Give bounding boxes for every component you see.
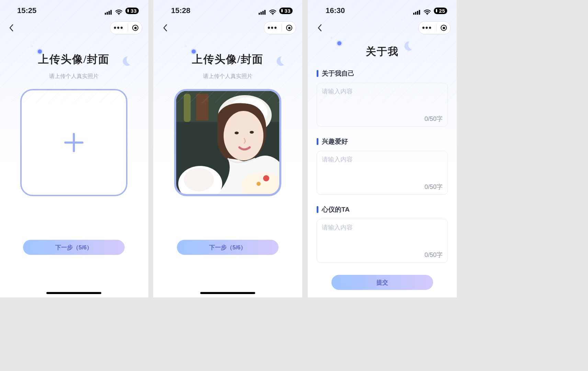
capsule-close-button[interactable] <box>132 25 138 31</box>
cell-signal-icon <box>259 8 266 13</box>
nav-bar: ••• <box>0 16 148 36</box>
svg-rect-6 <box>261 12 262 15</box>
svg-rect-2 <box>109 11 110 15</box>
hobbies-textarea[interactable]: 请输入内容 0/50字 <box>317 151 448 195</box>
svg-point-23 <box>257 182 261 186</box>
status-indicators: 25 <box>413 8 447 14</box>
capsule-close-button[interactable] <box>286 25 292 31</box>
moon-icon <box>273 55 286 67</box>
cell-signal-icon <box>413 8 421 13</box>
placeholder-text: 请输入内容 <box>322 155 353 164</box>
about-self-textarea[interactable]: 请输入内容 0/50字 <box>317 83 448 127</box>
wifi-icon <box>423 8 431 13</box>
svg-rect-7 <box>262 11 264 15</box>
svg-rect-13 <box>184 94 191 122</box>
svg-rect-25 <box>415 12 417 15</box>
miniprogram-capsule: ••• <box>110 21 142 34</box>
back-button[interactable] <box>314 22 326 34</box>
sparkle-icon <box>29 44 35 50</box>
cell-signal-icon <box>105 8 112 13</box>
page-subtitle: 请上传个人真实照片 <box>153 73 302 80</box>
svg-rect-5 <box>259 13 260 15</box>
next-step-button[interactable]: 下一步（5/6） <box>177 240 279 255</box>
svg-rect-27 <box>419 10 420 15</box>
home-indicator[interactable] <box>46 292 101 294</box>
svg-point-28 <box>427 14 428 15</box>
char-count: 0/50字 <box>425 183 443 191</box>
back-button[interactable] <box>159 22 171 34</box>
uploaded-photo <box>176 91 279 194</box>
ideal-ta-textarea[interactable]: 请输入内容 0/50字 <box>317 219 448 263</box>
section-hobbies: 兴趣爱好 请输入内容 0/50字 <box>308 137 457 195</box>
svg-point-16 <box>224 111 263 160</box>
plus-icon <box>64 132 84 153</box>
divider <box>128 24 128 32</box>
heading-bar-icon <box>317 138 318 145</box>
moon-icon <box>120 55 132 67</box>
svg-rect-8 <box>264 10 266 15</box>
battery-indicator: 33 <box>279 8 293 14</box>
section-ideal-ta: 心仪的TA 请输入内容 0/50字 <box>308 205 457 263</box>
char-count: 0/50字 <box>425 251 443 259</box>
home-indicator[interactable] <box>200 292 255 294</box>
status-bar: 15:28 33 <box>153 0 302 16</box>
capsule-close-button[interactable] <box>441 25 447 31</box>
decorative-dot <box>38 49 42 54</box>
heading-bar-icon <box>317 206 318 213</box>
moon-icon <box>401 40 414 52</box>
section-heading: 心仪的TA <box>317 205 448 214</box>
battery-indicator: 33 <box>125 8 139 14</box>
status-indicators: 33 <box>259 8 293 14</box>
page-subtitle: 请上传个人真实照片 <box>0 73 148 80</box>
wifi-icon <box>269 8 276 13</box>
sparkle-icon <box>328 36 335 42</box>
section-about-self: 关于我自己 请输入内容 0/50字 <box>308 69 457 127</box>
svg-point-17 <box>235 132 239 134</box>
char-count: 0/50字 <box>425 115 443 123</box>
decorative-dot <box>192 49 196 54</box>
avatar-upload-area[interactable] <box>20 89 127 196</box>
phone-screen-about-me: 16:30 25 ••• 关于我 关于我自己 请输入内容 <box>308 0 457 297</box>
miniprogram-capsule: ••• <box>264 21 296 34</box>
svg-point-18 <box>250 131 254 134</box>
divider <box>436 24 437 32</box>
page-title: 关于我 <box>308 45 457 59</box>
svg-rect-3 <box>111 10 112 15</box>
divider <box>282 24 282 32</box>
phone-screen-upload-filled: 15:28 33 ••• 上传头像/封面 请上传个人真实照片 <box>153 0 302 297</box>
svg-rect-26 <box>417 11 418 15</box>
status-time: 16:30 <box>326 6 345 15</box>
svg-point-20 <box>184 168 214 191</box>
section-label: 关于我自己 <box>322 69 354 78</box>
section-label: 心仪的TA <box>322 205 350 214</box>
section-heading: 关于我自己 <box>317 69 448 78</box>
decorative-dot <box>337 41 341 45</box>
placeholder-text: 请输入内容 <box>322 223 353 232</box>
heading-bar-icon <box>317 70 318 77</box>
status-bar: 16:30 25 <box>308 0 457 16</box>
battery-indicator: 25 <box>434 8 447 14</box>
status-bar: 15:25 33 <box>0 0 148 16</box>
miniprogram-capsule: ••• <box>418 21 451 34</box>
next-step-button[interactable]: 下一步（5/6） <box>23 240 125 255</box>
section-heading: 兴趣爱好 <box>317 137 448 146</box>
avatar-upload-area[interactable] <box>174 89 281 196</box>
status-indicators: 33 <box>105 8 139 14</box>
nav-bar: ••• <box>153 16 302 36</box>
submit-button[interactable]: 提交 <box>331 275 433 290</box>
back-button[interactable] <box>5 22 17 34</box>
nav-bar: ••• <box>308 16 457 36</box>
phone-screen-upload-empty: 15:25 33 ••• 上传头像/封面 请上传个人真实照片 下一步（5/6） <box>0 0 148 297</box>
svg-point-9 <box>272 14 273 15</box>
svg-rect-24 <box>413 13 415 15</box>
placeholder-text: 请输入内容 <box>322 87 353 95</box>
svg-point-4 <box>118 14 120 15</box>
status-time: 15:28 <box>171 6 190 15</box>
svg-rect-1 <box>107 12 108 15</box>
sparkle-icon <box>183 44 189 50</box>
svg-rect-12 <box>196 94 208 121</box>
svg-rect-0 <box>105 13 106 15</box>
svg-point-22 <box>263 175 269 181</box>
status-time: 15:25 <box>17 6 36 15</box>
section-label: 兴趣爱好 <box>322 137 348 146</box>
